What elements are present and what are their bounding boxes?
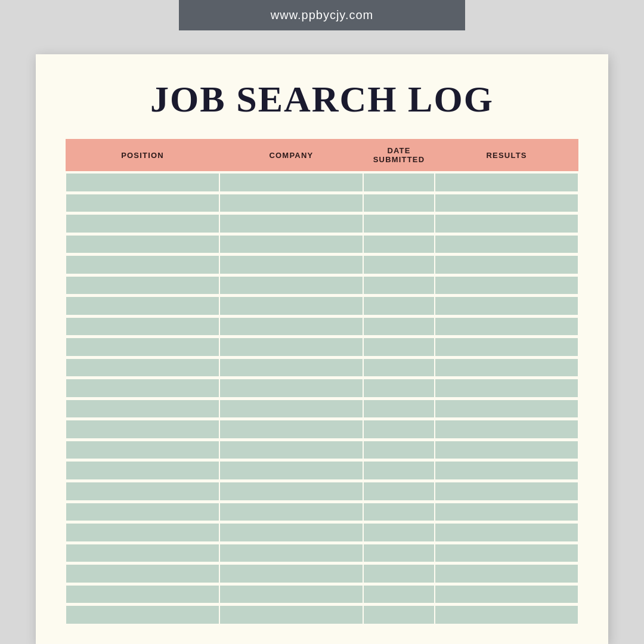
table-cell xyxy=(435,523,578,542)
table-row xyxy=(66,441,578,460)
table-cell xyxy=(66,379,219,398)
table-cell xyxy=(363,317,435,336)
table-cell xyxy=(219,173,363,192)
table-cell xyxy=(363,358,435,377)
top-bar: www.ppbycjy.com xyxy=(179,0,465,30)
table-row xyxy=(66,482,578,501)
table-row xyxy=(66,605,578,624)
table-cell xyxy=(435,400,578,419)
table-cell xyxy=(219,400,363,419)
table-cell xyxy=(363,503,435,522)
table-cell xyxy=(435,214,578,233)
table-row xyxy=(66,214,578,233)
table-cell xyxy=(219,194,363,213)
table-cell xyxy=(219,420,363,439)
table-cell xyxy=(435,564,578,583)
table-cell xyxy=(66,585,219,604)
page-wrapper: JOB SEARCH LOG POSITION COMPANY DATESUBM… xyxy=(36,54,608,644)
table-row xyxy=(66,379,578,398)
table-cell xyxy=(66,441,219,460)
header-position: POSITION xyxy=(66,139,219,171)
table-cell xyxy=(66,173,219,192)
table-cell xyxy=(363,585,435,604)
table-cell xyxy=(363,296,435,315)
table-cell xyxy=(219,544,363,563)
table-cell xyxy=(66,482,219,501)
table-cell xyxy=(219,461,363,480)
table-cell xyxy=(363,441,435,460)
table-cell xyxy=(219,441,363,460)
table-cell xyxy=(66,194,219,213)
table-cell xyxy=(363,255,435,274)
table-cell xyxy=(219,296,363,315)
table-row xyxy=(66,564,578,583)
table-cell xyxy=(363,214,435,233)
table-cell xyxy=(435,194,578,213)
table-cell xyxy=(66,358,219,377)
table-cell xyxy=(66,317,219,336)
table-row xyxy=(66,235,578,254)
table-row xyxy=(66,503,578,522)
table-cell xyxy=(435,482,578,501)
table-cell xyxy=(219,358,363,377)
table-cell xyxy=(435,276,578,295)
table-cell xyxy=(435,605,578,624)
table-cell xyxy=(219,338,363,357)
table-cell xyxy=(219,605,363,624)
table-cell xyxy=(66,214,219,233)
table-cell xyxy=(66,338,219,357)
table-row xyxy=(66,255,578,274)
table-cell xyxy=(363,379,435,398)
table-cell xyxy=(435,441,578,460)
table-cell xyxy=(435,503,578,522)
table-cell xyxy=(363,338,435,357)
header-results: RESULTS xyxy=(435,139,578,171)
table-cell xyxy=(66,255,219,274)
table-cell xyxy=(363,235,435,254)
website-url: www.ppbycjy.com xyxy=(271,8,373,21)
table-cell xyxy=(66,564,219,583)
table-cell xyxy=(66,420,219,439)
header-company: COMPANY xyxy=(219,139,363,171)
table-row xyxy=(66,296,578,315)
table-cell xyxy=(363,400,435,419)
table-cell xyxy=(435,317,578,336)
table-cell xyxy=(363,523,435,542)
table-cell xyxy=(66,400,219,419)
table-cell xyxy=(435,420,578,439)
log-table: POSITION COMPANY DATESUBMITTED RESULTS xyxy=(66,137,578,626)
table-cell xyxy=(435,358,578,377)
table-cell xyxy=(219,523,363,542)
table-cell xyxy=(219,255,363,274)
table-cell xyxy=(66,605,219,624)
table-cell xyxy=(66,544,219,563)
table-row xyxy=(66,317,578,336)
table-cell xyxy=(219,564,363,583)
table-cell xyxy=(66,296,219,315)
table-cell xyxy=(435,173,578,192)
table-cell xyxy=(66,276,219,295)
table-cell xyxy=(363,564,435,583)
table-cell xyxy=(219,235,363,254)
table-cell xyxy=(219,585,363,604)
table-cell xyxy=(363,544,435,563)
table-cell xyxy=(219,276,363,295)
table-row xyxy=(66,173,578,192)
table-cell xyxy=(363,605,435,624)
table-cell xyxy=(363,482,435,501)
table-cell xyxy=(66,461,219,480)
table-row xyxy=(66,461,578,480)
table-cell xyxy=(363,420,435,439)
table-cell xyxy=(435,379,578,398)
table-row xyxy=(66,585,578,604)
table-cell xyxy=(219,482,363,501)
table-row xyxy=(66,194,578,213)
table-cell xyxy=(66,235,219,254)
table-row xyxy=(66,358,578,377)
table-cell xyxy=(219,379,363,398)
table-cell xyxy=(363,461,435,480)
table-cell xyxy=(435,338,578,357)
table-cell xyxy=(219,503,363,522)
table-row xyxy=(66,544,578,563)
table-cell xyxy=(363,276,435,295)
